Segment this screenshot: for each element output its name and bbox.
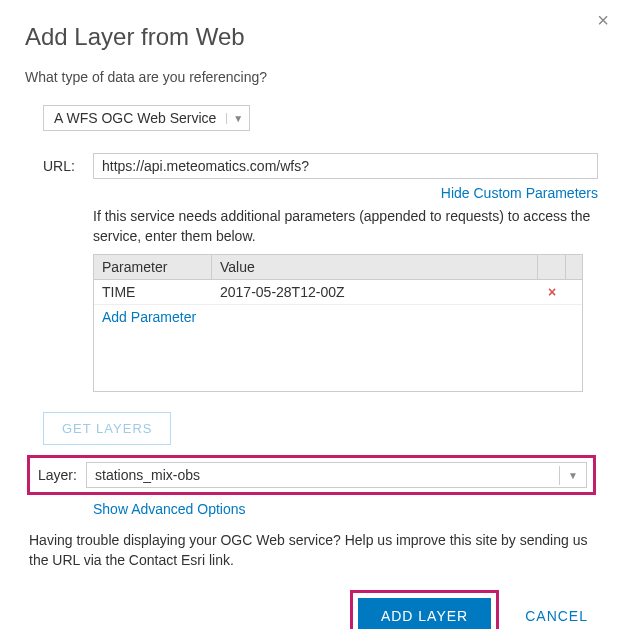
dialog-footer: ADD LAYER CANCEL xyxy=(25,590,598,629)
params-instructions: If this service needs additional paramet… xyxy=(93,207,598,246)
layer-label: Layer: xyxy=(36,467,86,483)
dialog-title: Add Layer from Web xyxy=(25,23,598,51)
header-spacer xyxy=(566,255,582,279)
layer-select[interactable]: stations_mix-obs ▼ xyxy=(86,462,587,488)
close-icon[interactable]: × xyxy=(597,10,609,30)
row-spacer xyxy=(566,280,582,304)
chevron-down-icon: ▼ xyxy=(226,113,243,124)
url-label: URL: xyxy=(43,158,93,174)
get-layers-button[interactable]: GET LAYERS xyxy=(43,412,171,445)
help-text: Having trouble displaying your OGC Web s… xyxy=(29,531,594,570)
hide-custom-params-link[interactable]: Hide Custom Parameters xyxy=(441,185,598,201)
header-value: Value xyxy=(212,255,538,279)
delete-row-icon[interactable]: × xyxy=(538,280,566,304)
layer-row-highlight: Layer: stations_mix-obs ▼ xyxy=(27,455,596,495)
add-layer-button[interactable]: ADD LAYER xyxy=(358,598,491,629)
table-row: TIME 2017-05-28T12-00Z × xyxy=(94,280,582,305)
cancel-button[interactable]: CANCEL xyxy=(525,608,588,624)
show-advanced-link[interactable]: Show Advanced Options xyxy=(93,501,246,517)
data-type-select[interactable]: A WFS OGC Web Service ▼ xyxy=(43,105,250,131)
chevron-down-icon: ▼ xyxy=(559,466,586,485)
type-prompt: What type of data are you referencing? xyxy=(25,69,598,85)
param-value-cell[interactable]: 2017-05-28T12-00Z xyxy=(212,280,538,304)
header-action xyxy=(538,255,566,279)
add-parameter-link[interactable]: Add Parameter xyxy=(102,309,196,325)
url-input[interactable] xyxy=(93,153,598,179)
add-layer-highlight: ADD LAYER xyxy=(350,590,499,629)
params-table: Parameter Value TIME 2017-05-28T12-00Z ×… xyxy=(93,254,583,392)
header-parameter: Parameter xyxy=(94,255,212,279)
param-name-cell[interactable]: TIME xyxy=(94,280,212,304)
data-type-value: A WFS OGC Web Service xyxy=(54,110,216,126)
layer-select-value: stations_mix-obs xyxy=(87,463,559,487)
params-header: Parameter Value xyxy=(94,255,582,280)
